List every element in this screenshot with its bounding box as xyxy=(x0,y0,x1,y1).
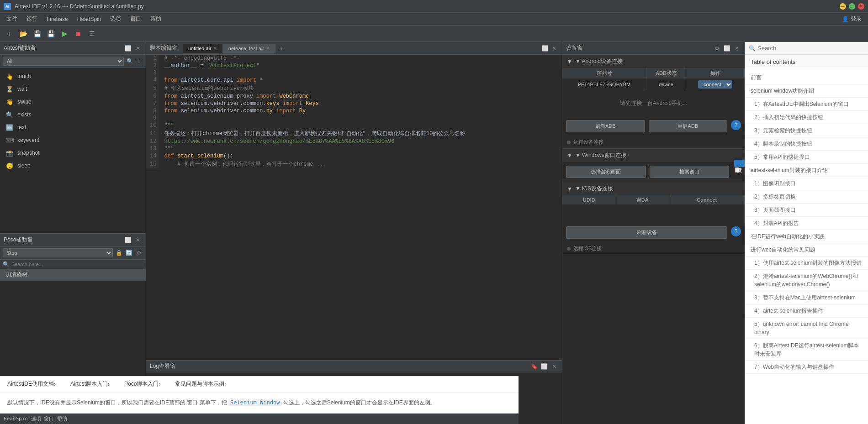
log-icon-btn[interactable]: 🔖 xyxy=(530,362,538,371)
docs-toc-9[interactable]: 4）封装API的报告 xyxy=(745,217,868,230)
docs-toc-faq2[interactable]: 2）混淆airtest-selenium的WebChrome()和seleniu… xyxy=(745,270,868,291)
menu-help[interactable]: 帮助 xyxy=(146,13,166,25)
poco-search-input[interactable] xyxy=(11,262,143,267)
poco-refresh-btn[interactable]: 🔄 xyxy=(125,249,133,257)
airtest-search-icon-btn[interactable]: 🔍 xyxy=(126,57,134,65)
menu-firebase[interactable]: Firebase xyxy=(42,14,73,24)
poco-panel-float[interactable]: ⬜ xyxy=(124,236,132,244)
line-content-10: """ xyxy=(160,122,562,129)
menu-options[interactable]: 选项 xyxy=(106,13,126,25)
android-section-header[interactable]: ▼ ▼ Android设备连接 xyxy=(562,55,745,68)
airtest-add-icon-btn[interactable]: + xyxy=(135,57,143,65)
windows-search-btn[interactable]: 搜索窗口 xyxy=(650,166,730,178)
poco-intro-label: Poco脚本入门 xyxy=(124,380,159,388)
airtest-item-exists[interactable]: 🔍 exists xyxy=(0,108,146,121)
docs-search-input[interactable] xyxy=(757,45,864,52)
poco-tree-item[interactable]: UI渲染树 xyxy=(0,269,146,281)
poco-panel-close[interactable]: ✕ xyxy=(134,236,142,244)
device-float-btn[interactable]: ⬜ xyxy=(723,44,731,52)
docs-toc-4[interactable]: 4）脚本录制的快捷按钮 xyxy=(745,137,868,151)
minimize-button[interactable]: — xyxy=(840,3,846,10)
android-connect-select[interactable]: connect xyxy=(698,80,732,89)
docs-toc-faq[interactable]: 进行web自动化的常见问题 xyxy=(745,243,868,256)
poco-filter-select[interactable]: Stop xyxy=(3,248,113,257)
device-settings-btn[interactable]: ⚙ xyxy=(713,44,721,52)
close-button[interactable]: ✕ xyxy=(858,3,864,10)
editor-tab-netease-close[interactable]: ✕ xyxy=(266,46,270,51)
menu-run[interactable]: 运行 xyxy=(22,13,42,25)
android-table-header-row: 序列号 ADB状态 操作 xyxy=(562,68,745,79)
airtest-item-keyevent[interactable]: ⌨ keyevent xyxy=(0,134,146,147)
stop-button[interactable]: ⏹ xyxy=(72,28,84,40)
docs-toc-faq4[interactable]: 4）airtest-selenium报告插件 xyxy=(745,304,868,318)
docs-toc-faq6[interactable]: 6）脱离AirtestIDE运行airtest-selenium脚本时未安装库 xyxy=(745,339,868,361)
device-button[interactable]: ☰ xyxy=(86,28,98,40)
ios-section-header[interactable]: ▼ ▼ iOS设备连接 xyxy=(562,182,745,195)
editor-close-btn[interactable]: ✕ xyxy=(550,44,558,52)
bottom-nav-poco-intro[interactable]: Poco脚本入门 › xyxy=(117,377,168,392)
log-float-btn[interactable]: ⬜ xyxy=(540,362,548,371)
bottom-nav-airtest-docs[interactable]: AirtestIDE使用文档 › xyxy=(0,377,63,392)
menu-window[interactable]: 窗口 xyxy=(126,13,146,25)
docs-toc-3[interactable]: 3）元素检索的快捷按钮 xyxy=(745,124,868,137)
editor-tab-netease[interactable]: netease_test.air ✕ xyxy=(223,44,275,53)
airtest-panel-close[interactable]: ✕ xyxy=(134,44,142,52)
docs-toc-foreword[interactable]: 前言 xyxy=(745,71,868,84)
windows-section-header[interactable]: ▼ ▼ Windows窗口连接 xyxy=(562,149,745,162)
docs-toc-6[interactable]: 1）图像识别接口 xyxy=(745,177,868,190)
stop-icon: ⏹ xyxy=(75,30,81,37)
docs-toc-api-intro[interactable]: airtest-selenium封装的接口介绍 xyxy=(745,164,868,177)
editor-tab-add[interactable]: + xyxy=(277,44,286,52)
airtest-panel-float[interactable]: ⬜ xyxy=(124,44,132,52)
android-restart-adb-btn[interactable]: 重启ADB xyxy=(649,120,728,132)
airtest-item-text[interactable]: 🔤 text xyxy=(0,121,146,134)
maximize-button[interactable]: □ xyxy=(849,3,855,10)
editor-tab-untitled[interactable]: untitled.air ✕ xyxy=(183,44,223,53)
feedback-button[interactable]: 反馈 xyxy=(734,160,745,167)
editor-float-btn[interactable]: ⬜ xyxy=(541,44,549,52)
device-close-btn[interactable]: ✕ xyxy=(733,44,741,52)
ios-help-btn[interactable]: ? xyxy=(731,226,741,236)
poco-settings-btn[interactable]: ⚙ xyxy=(135,249,143,257)
docs-toc-7[interactable]: 2）多标签页切换 xyxy=(745,190,868,204)
new-file-button[interactable]: + xyxy=(4,28,16,40)
bottom-nav-faq[interactable]: 常见问题与脚本示例 › xyxy=(168,377,233,392)
docs-toc-faq1[interactable]: 1）使用airtest-selenium封装的图像方法报错 xyxy=(745,256,868,270)
airtest-item-touch[interactable]: 👆 touch xyxy=(0,70,146,83)
saveas-button[interactable]: 💾 xyxy=(45,28,57,40)
android-remote-conn: 远程设备连接 xyxy=(562,136,745,148)
open-file-button[interactable]: 📂 xyxy=(17,28,29,40)
save-button[interactable]: 💾 xyxy=(31,28,43,40)
android-remote-dot xyxy=(567,141,571,144)
log-header: Log查看窗 🔖 ⬜ ✕ xyxy=(146,361,562,372)
docs-toc-practice[interactable]: 在IDE进行web自动化的小实践 xyxy=(745,230,868,243)
log-close-btn[interactable]: ✕ xyxy=(550,362,558,371)
editor-content[interactable]: 1 # -*- encoding=utf8 -*- 2 __author__ =… xyxy=(146,55,562,360)
docs-toc-5[interactable]: 5）常用API的快捷接口 xyxy=(745,151,868,164)
airtest-item-keyevent-label: keyevent xyxy=(17,137,39,143)
windows-game-btn[interactable]: 选择游戏画面 xyxy=(566,166,646,178)
docs-toc-2[interactable]: 2）插入初始代码的快捷按钮 xyxy=(745,111,868,124)
docs-toc-1[interactable]: 1）在AirtestIDE中调出Selenium的窗口 xyxy=(745,98,868,111)
airtest-item-wait[interactable]: ⏳ wait xyxy=(0,83,146,95)
airtest-item-swipe[interactable]: 👋 swipe xyxy=(0,95,146,108)
left-panel: Airtest辅助窗 ⬜ ✕ All 🔍 + 👆 touch xyxy=(0,42,146,424)
airtest-item-snapshot[interactable]: 📸 snapshot xyxy=(0,147,146,159)
docs-toc-intro[interactable]: selenium window功能介绍 xyxy=(745,84,868,98)
poco-lock-btn[interactable]: 🔒 xyxy=(115,249,123,257)
bottom-nav-airtest-intro[interactable]: Airtest脚本入门 › xyxy=(63,377,117,392)
login-button[interactable]: 👤 登录 xyxy=(837,13,866,25)
docs-toc-faq3[interactable]: 3）暂不支持在Mac上使用airtest-selenium xyxy=(745,291,868,304)
airtest-item-sleep[interactable]: 😴 sleep xyxy=(0,159,146,172)
docs-toc-faq5[interactable]: 5）unknown error: cannot find Chrome bina… xyxy=(745,318,868,339)
android-help-btn[interactable]: ? xyxy=(731,120,741,130)
editor-tab-untitled-close[interactable]: ✕ xyxy=(213,46,217,51)
ios-refresh-btn[interactable]: 刷新设备 xyxy=(566,226,727,239)
menu-file[interactable]: 文件 xyxy=(2,13,22,25)
docs-toc-faq7[interactable]: 7）Web自动化的输入与键盘操作 xyxy=(745,361,868,374)
android-refresh-adb-btn[interactable]: 刷新ADB xyxy=(566,120,645,132)
run-button[interactable]: ▶ xyxy=(58,28,70,40)
docs-toc-8[interactable]: 3）页面截图接口 xyxy=(745,204,868,217)
airtest-filter-select[interactable]: All xyxy=(3,57,124,66)
menu-headspin[interactable]: HeadSpin xyxy=(73,14,106,24)
